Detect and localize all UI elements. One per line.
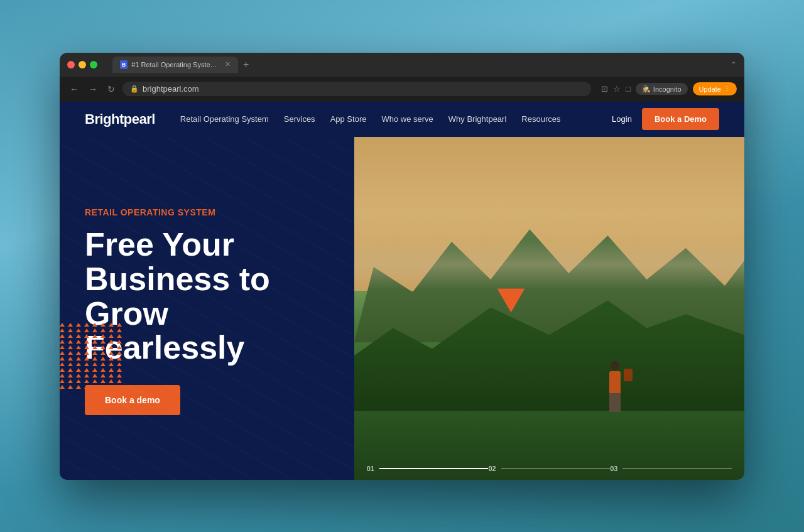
lock-icon: 🔒 — [130, 85, 139, 93]
incognito-badge: 🕵 Incognito — [636, 83, 688, 95]
hero-subtitle: Retail Operating System — [85, 207, 329, 217]
main-nav: Brightpearl Retail Operating System Serv… — [60, 102, 744, 137]
bookmark-icon[interactable]: ☆ — [613, 84, 621, 94]
nav-link-why-brightpearl[interactable]: Why Brightpearl — [448, 114, 506, 124]
nav-link-app-store[interactable]: App Store — [330, 114, 367, 124]
url-bar[interactable]: 🔒 brightpearl.com — [122, 82, 591, 96]
cast-icon[interactable]: ⊡ — [601, 84, 608, 94]
incognito-label: Incognito — [653, 85, 682, 93]
person-head — [611, 361, 619, 370]
new-tab-button[interactable]: + — [238, 59, 254, 70]
decorative-dot-pattern — [60, 323, 141, 480]
website-content: Brightpearl Retail Operating System Serv… — [60, 102, 744, 480]
logo[interactable]: Brightpearl — [85, 111, 155, 128]
slide-line-3 — [622, 468, 732, 469]
minimize-button[interactable] — [79, 61, 86, 68]
update-button[interactable]: Update ⋮ — [693, 82, 737, 95]
hero-section: Retail Operating System Free Your Busine… — [60, 137, 744, 480]
tab-close-icon[interactable]: ✕ — [225, 60, 231, 68]
person-silhouette — [602, 361, 627, 418]
slide-number-3: 03 — [610, 465, 617, 472]
tab-favicon: B — [120, 60, 128, 69]
browser-window: B #1 Retail Operating System - F... ✕ + … — [60, 53, 744, 480]
slide-indicators: 01 02 03 — [354, 465, 744, 472]
hero-left-panel: Retail Operating System Free Your Busine… — [60, 137, 354, 480]
hero-title-line1: Free Your — [85, 226, 234, 263]
traffic-lights — [67, 61, 97, 68]
nav-link-services[interactable]: Services — [284, 114, 315, 124]
nav-actions: Login Book a Demo — [612, 108, 719, 130]
tab-bar: B #1 Retail Operating System - F... ✕ + — [112, 57, 725, 73]
update-label: Update — [699, 85, 721, 93]
slide-number-2: 02 — [488, 465, 496, 472]
incognito-icon: 🕵 — [642, 85, 651, 93]
forward-button[interactable]: → — [86, 82, 100, 97]
fog-layer — [354, 239, 744, 290]
nav-link-retail-os[interactable]: Retail Operating System — [180, 114, 269, 124]
maximize-button[interactable] — [90, 61, 97, 68]
slide-line-2 — [501, 468, 611, 469]
title-bar: B #1 Retail Operating System - F... ✕ + … — [60, 53, 744, 77]
slide-line-1 — [379, 468, 489, 469]
close-button[interactable] — [67, 61, 75, 68]
nav-links: Retail Operating System Services App Sto… — [180, 114, 612, 124]
hero-title-line2: Business to — [85, 261, 270, 297]
active-tab[interactable]: B #1 Retail Operating System - F... ✕ — [112, 57, 238, 73]
person-backpack — [624, 369, 633, 381]
person-body — [609, 371, 621, 393]
update-menu-icon: ⋮ — [724, 85, 731, 93]
address-bar: ← → ↻ 🔒 brightpearl.com ⊡ ☆ □ 🕵 Incognit… — [60, 77, 744, 102]
login-button[interactable]: Login — [612, 114, 632, 124]
extensions-icon[interactable]: □ — [626, 84, 631, 94]
url-text: brightpearl.com — [143, 84, 199, 94]
browser-actions: ⊡ ☆ □ — [601, 84, 631, 94]
slide-indicator-2[interactable]: 02 — [488, 465, 610, 472]
nav-link-resources[interactable]: Resources — [521, 114, 560, 124]
slide-indicator-1[interactable]: 01 — [367, 465, 489, 472]
tab-title: #1 Retail Operating System - F... — [131, 61, 219, 68]
nav-link-who-we-serve[interactable]: Who we serve — [381, 114, 433, 124]
hero-image-panel: 01 02 03 — [354, 137, 744, 480]
book-demo-nav-button[interactable]: Book a Demo — [642, 108, 719, 130]
window-controls: ⌃ — [731, 60, 737, 69]
refresh-button[interactable]: ↻ — [105, 82, 117, 97]
person-legs — [609, 393, 621, 412]
slide-number-1: 01 — [367, 465, 374, 472]
back-button[interactable]: ← — [67, 82, 81, 97]
hero-background-image: 01 02 03 — [354, 137, 744, 480]
slide-indicator-3[interactable]: 03 — [610, 465, 732, 472]
